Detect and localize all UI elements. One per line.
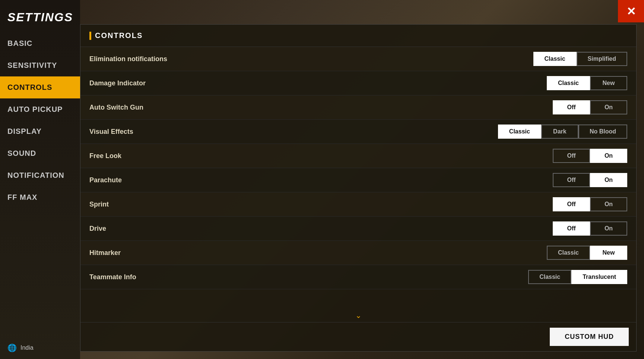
toggle-off-autoswitch[interactable]: Off	[553, 100, 590, 114]
toggle-on-sprint[interactable]: On	[590, 197, 627, 211]
setting-row-sprint: Sprint Off On	[80, 192, 636, 217]
scroll-indicator: ⌄	[80, 309, 636, 322]
nav-item-basic[interactable]: BASIC	[0, 32, 80, 54]
toggle-classic-elimination[interactable]: Classic	[533, 52, 577, 66]
app-title: SETTINGS	[0, 4, 80, 32]
setting-label-damage: Damage Indicator	[89, 79, 146, 87]
setting-label-elimination: Elimination notifications	[89, 55, 167, 63]
toggle-classic-visual[interactable]: Classic	[498, 125, 541, 139]
toggle-group-freelook: Off On	[553, 149, 627, 163]
setting-label-parachute: Parachute	[89, 176, 122, 184]
setting-row-autoswitch: Auto Switch Gun Off On	[80, 95, 636, 120]
section-bar	[89, 32, 91, 40]
setting-row-hitmarker: Hitmarker Classic New	[80, 241, 636, 265]
toggle-group-damage: Classic New	[547, 76, 627, 90]
section-header: CONTROLS	[80, 25, 636, 47]
toggle-on-freelook[interactable]: On	[590, 149, 627, 163]
toggle-translucent-teammate[interactable]: Translucent	[571, 270, 627, 284]
footer: CUSTOM HUD	[80, 322, 636, 351]
setting-label-sprint: Sprint	[89, 201, 109, 208]
toggle-group-autoswitch: Off On	[553, 100, 627, 114]
toggle-new-hitmarker[interactable]: New	[590, 246, 627, 260]
toggle-on-parachute[interactable]: On	[590, 173, 627, 187]
toggle-group-teammate: Classic Translucent	[528, 270, 627, 284]
sidebar: SETTINGS BASIC SENSITIVITY CONTROLS AUTO…	[0, 0, 80, 359]
close-button[interactable]: ✕	[618, 0, 644, 22]
setting-label-autoswitch: Auto Switch Gun	[89, 104, 143, 111]
toggle-off-drive[interactable]: Off	[553, 221, 590, 236]
toggle-classic-teammate[interactable]: Classic	[528, 270, 571, 284]
toggle-on-autoswitch[interactable]: On	[590, 100, 627, 114]
region-info: 🌐 India	[0, 337, 80, 359]
settings-list: Elimination notifications Classic Simpli…	[80, 47, 636, 309]
toggle-on-drive[interactable]: On	[590, 221, 627, 236]
nav-item-sensitivity[interactable]: SENSITIVITY	[0, 54, 80, 76]
toggle-group-elimination: Classic Simplified	[533, 52, 628, 66]
setting-label-visual: Visual Effects	[89, 128, 133, 136]
nav-item-sound[interactable]: SOUND	[0, 142, 80, 164]
nav-item-controls[interactable]: CONTROLS	[0, 76, 80, 98]
toggle-group-drive: Off On	[553, 221, 627, 236]
setting-row-visual: Visual Effects Classic Dark No Blood	[80, 120, 636, 144]
toggle-group-hitmarker: Classic New	[547, 246, 627, 260]
toggle-group-visual: Classic Dark No Blood	[498, 125, 627, 139]
toggle-classic-hitmarker[interactable]: Classic	[547, 246, 590, 260]
setting-row-elimination: Elimination notifications Classic Simpli…	[80, 47, 636, 71]
toggle-simplified-elimination[interactable]: Simplified	[577, 52, 627, 66]
setting-row-teammate: Teammate Info Classic Translucent	[80, 265, 636, 289]
toggle-noblood-visual[interactable]: No Blood	[578, 125, 627, 139]
setting-label-teammate: Teammate Info	[89, 273, 136, 281]
setting-label-hitmarker: Hitmarker	[89, 249, 121, 257]
toggle-off-sprint[interactable]: Off	[553, 197, 590, 211]
globe-icon: 🌐	[7, 343, 17, 352]
setting-label-drive: Drive	[89, 225, 106, 233]
toggle-group-parachute: Off On	[553, 173, 627, 187]
section-title: CONTROLS	[95, 31, 143, 40]
setting-label-freelook: Free Look	[89, 152, 121, 160]
toggle-off-freelook[interactable]: Off	[553, 149, 590, 163]
nav-item-notification[interactable]: NOTIFICATION	[0, 164, 80, 186]
setting-row-parachute: Parachute Off On	[80, 168, 636, 192]
nav-item-display[interactable]: DISPLAY	[0, 120, 80, 142]
toggle-group-sprint: Off On	[553, 197, 627, 211]
toggle-dark-visual[interactable]: Dark	[541, 125, 578, 139]
toggle-off-parachute[interactable]: Off	[553, 173, 590, 187]
setting-row-freelook: Free Look Off On	[80, 144, 636, 168]
custom-hud-button[interactable]: CUSTOM HUD	[550, 328, 629, 346]
main-content: CONTROLS Elimination notifications Class…	[80, 24, 637, 352]
setting-row-drive: Drive Off On	[80, 217, 636, 241]
toggle-classic-damage[interactable]: Classic	[547, 76, 590, 90]
setting-row-damage: Damage Indicator Classic New	[80, 71, 636, 95]
nav-item-auto-pickup[interactable]: AUTO PICKUP	[0, 98, 80, 120]
nav-item-ff-max[interactable]: FF MAX	[0, 186, 80, 208]
toggle-new-damage[interactable]: New	[590, 76, 627, 90]
